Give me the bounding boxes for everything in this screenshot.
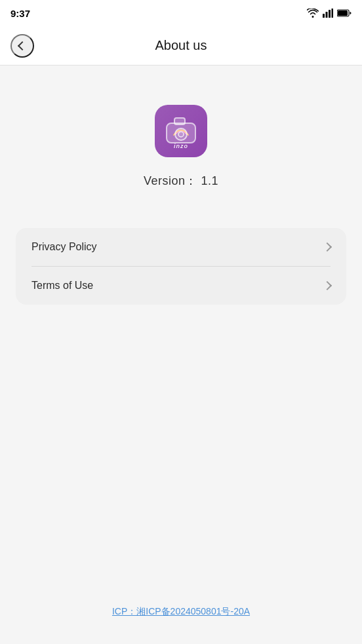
status-time: 9:37	[10, 8, 30, 19]
privacy-policy-label: Privacy Policy	[31, 241, 97, 253]
chevron-right-icon-2	[323, 281, 332, 290]
chevron-right-icon	[323, 242, 332, 252]
back-arrow-icon	[18, 41, 27, 50]
menu-card: Privacy Policy Terms of Use	[16, 228, 346, 305]
battery-icon	[337, 9, 352, 17]
icp-link[interactable]: ICP：湘ICP备2024050801号-20A	[112, 606, 250, 616]
footer: ICP：湘ICP备2024050801号-20A	[0, 605, 362, 618]
signal-icon	[323, 9, 333, 18]
page-title: About us	[155, 38, 207, 53]
svg-rect-1	[326, 12, 328, 18]
status-bar: 9:37	[0, 0, 362, 26]
svg-rect-7	[174, 118, 185, 124]
svg-rect-2	[329, 10, 331, 18]
version-label: Version：	[144, 174, 197, 187]
svg-text:inzo: inzo	[174, 143, 188, 149]
svg-point-9	[178, 132, 184, 137]
terms-of-use-label: Terms of Use	[31, 280, 93, 292]
inzo-logo-svg: inzo	[155, 105, 207, 157]
wifi-icon	[307, 9, 319, 18]
svg-rect-0	[323, 14, 325, 18]
svg-rect-3	[332, 9, 334, 18]
version-display: Version： 1.1	[144, 173, 218, 189]
back-button[interactable]	[10, 34, 34, 58]
header: About us	[0, 26, 362, 66]
svg-rect-5	[338, 10, 348, 16]
version-number: 1.1	[201, 174, 219, 187]
privacy-policy-item[interactable]: Privacy Policy	[16, 228, 346, 266]
app-logo: inzo	[155, 105, 207, 157]
status-icons	[307, 9, 352, 18]
terms-of-use-item[interactable]: Terms of Use	[16, 267, 346, 305]
main-content: inzo Version： 1.1 Privacy Policy Terms o…	[0, 66, 362, 331]
